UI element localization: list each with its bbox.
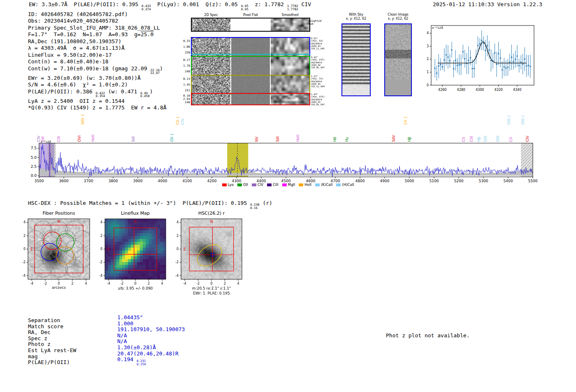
text-segment: *Q(0.93) CIV (1549) z = 1.7775 EW r = 4.… [28,104,167,111]
x-tick-label: -4 [107,282,110,285]
column-title-pixelflat: Pixel Flat [231,13,270,17]
x-tick-label: 4340 [513,88,521,92]
smoothed-canvas [271,94,309,104]
y-tick-label: 2.5 [31,165,37,169]
data-point [526,65,527,67]
text-segment: CIV [298,1,311,7]
column-title-smoothed: Smoothed [271,13,309,17]
x-tick-label: 0 [210,282,212,285]
legend-label: CIV [258,183,263,187]
data-point [436,72,437,74]
data-point [509,62,510,63]
data-point [438,65,439,67]
text-segment: LyA z = 2.5400 OII z = 0.1544 [28,98,125,104]
clean-title: Clean Image [384,13,412,16]
match-table-value: 0.194 0.2310.159 [117,357,185,366]
x-tick-label: -2 [196,282,200,285]
spec2d-canvas [192,57,230,75]
stacked-fraction: 0.2380.16 [250,203,260,209]
row-annotation-line: 318_LL_004 [311,85,325,88]
data-point [462,51,464,52]
text-segment: EW: 3.3±0.7Å P(LAE)/P(OII): 0.395 [29,1,142,7]
x-tick-label: 4260 [438,88,446,92]
stacked-fraction: 1.77821.7782 [287,5,298,11]
stacked-fraction: 0.4330.374 [142,5,151,11]
row-annotation-line: (410, 875) [311,95,325,98]
data-point [442,66,443,67]
row-annotation: 1.44"(410, 875)20230414v020_01318_RL_097 [311,93,325,106]
row-axis-value: 221 [180,88,190,93]
fraction-bottom: 22.07 [150,72,160,75]
legend-swatch [299,183,303,186]
fiber-circle [27,250,44,267]
data-point [444,59,445,60]
stacked-fraction: 0.4220.354 [95,92,105,98]
text-segment: Primary Spec_Slot_IFU_AMP: 318_026_078_L… [28,25,160,31]
y-tick-label: 0 [427,84,429,87]
text-segment: Cont(n) = 8.40(±0.40)e-18 [28,58,109,65]
data-point [472,68,473,69]
y-tick-label: -2 [99,260,102,264]
y-tick-label: 0 [23,247,26,251]
report-version [494,1,497,7]
data-point [485,50,486,51]
fiber-circle [73,231,91,248]
legend-item: CIV [252,183,263,187]
row-annotation-line: 318_RL_097 [311,66,325,69]
match-table-value: N/A [117,339,185,345]
fiber-plot-group [27,221,91,277]
row-axis-values: 0.171.78240 [180,57,190,74]
x-tick-label: 4000 [158,179,167,183]
match-table-value: 1.30(±0.28)Å [117,345,185,351]
x-tick-label: 5500 [528,179,538,183]
data-point [474,68,475,69]
data-point [496,64,497,65]
text-segment: EWr = 3.20(±0.69) (w: 3.70(±0.80))Å [28,75,141,81]
y-tick-label: 2 [427,57,429,61]
emission-line-label: OIII { [507,115,511,125]
stacked-fraction: 0.050.05 [241,5,249,11]
x-tick-label: 3700 [84,179,93,183]
emission-line-label: SiIV { [81,114,85,125]
fraction-bottom: 0.458 [140,95,150,98]
legend-item: (K)CaII [315,183,332,187]
emission-line-label: CII { [176,116,180,125]
legend-swatch [267,183,272,186]
line-fit-chart: 4260428043004320434001234 [424,21,547,94]
north-label: N [58,220,60,224]
match-table-value: 20.47(20.46,20.48)R [117,351,185,357]
text-segment: LineFlux = 9.50(±2.00)e-17 [28,52,112,58]
pixelflat-canvas [231,38,270,56]
x-tick-label: -4 [183,282,186,285]
emission-line-label: OIII { [521,115,525,125]
match-table-values: 1.04435"1.000191.107910, 50.190073N/AN/A… [117,315,185,366]
x-tick-label: 2 [71,282,73,285]
row-annotation-line: (412, 53) [311,77,325,80]
fiber-circle [65,260,83,277]
pixelflat-canvas [231,19,270,31]
hsc-match-summary: HSC-DEX : Possible Matches = 1 (within +… [28,200,272,209]
match-table-label: mag [28,354,76,360]
data-point [520,62,522,63]
legend-swatch [282,183,287,186]
match-table-label: Match score [28,324,76,330]
match-table-label: P(LAE)/P(OII) [28,360,76,366]
text-segment: ) [150,88,153,95]
teal-marker-line [191,54,310,55]
info-line: S/N = 4.6(±0.6) χ² = 1.0(±0.2) [28,81,167,88]
legend-label: OII [243,183,248,187]
x-tick-label: 4 [237,282,239,285]
data-point [524,58,525,60]
legend-item: (H)CaII [336,183,354,187]
hsc-caption-1: m:20.5 re:2.1" s:1.1" [181,286,242,290]
row-axis-value: 0.13 [180,76,190,82]
x-tick-label: 2 [224,282,226,285]
stacked-fraction: 22.1022.07 [150,69,160,75]
spec2d-canvas [192,19,230,31]
x-tick-label: -2 [44,282,47,285]
x-tick-label: 4280 [457,88,465,92]
info-line: LineFlux = 9.50(±2.00)e-17 [28,52,167,58]
match-table-label: Photo z [28,341,76,348]
row-axis-value: 220 [180,50,190,56]
smoothed-canvas [271,38,309,56]
